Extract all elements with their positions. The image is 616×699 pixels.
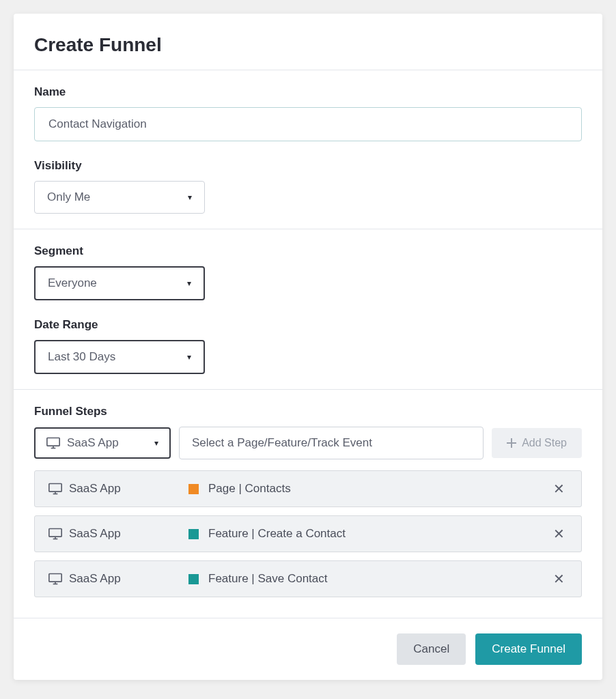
- event-select[interactable]: Select a Page/Feature/Track Event: [179, 427, 484, 459]
- step-app-label: SaaS App: [69, 572, 121, 586]
- svg-rect-0: [47, 438, 59, 446]
- section-filters: Segment Everyone ▾ Date Range Last 30 Da…: [14, 229, 602, 389]
- app-select[interactable]: SaaS App ▾: [34, 427, 171, 459]
- create-funnel-modal: Create Funnel Name Visibility Only Me ▾ …: [14, 14, 602, 680]
- step-detail: Feature | Create a Contact: [188, 527, 550, 541]
- modal-footer: Cancel Create Funnel: [14, 618, 602, 680]
- remove-step-button[interactable]: ✕: [550, 571, 568, 587]
- monitor-icon: [46, 437, 60, 449]
- visibility-select[interactable]: Only Me ▾: [34, 181, 205, 214]
- step-detail: Page | Contacts: [188, 482, 550, 496]
- step-builder-row: SaaS App ▾ Select a Page/Feature/Track E…: [34, 427, 582, 459]
- chevron-down-icon: ▾: [187, 279, 191, 288]
- field-visibility: Visibility Only Me ▾: [34, 159, 582, 214]
- step-app: SaaS App: [48, 572, 188, 586]
- color-swatch: [188, 484, 199, 494]
- step-detail-text: Feature | Create a Contact: [208, 527, 346, 541]
- name-label: Name: [34, 85, 582, 99]
- event-select-placeholder: Select a Page/Feature/Track Event: [192, 436, 372, 449]
- visibility-value: Only Me: [47, 190, 90, 204]
- section-steps: Funnel Steps SaaS App ▾ Select a Page/Fe…: [14, 390, 602, 618]
- field-daterange: Date Range Last 30 Days ▾: [34, 318, 582, 374]
- cancel-button[interactable]: Cancel: [397, 633, 466, 665]
- color-swatch: [188, 529, 199, 539]
- field-segment: Segment Everyone ▾: [34, 244, 582, 300]
- step-app-label: SaaS App: [69, 482, 121, 496]
- chevron-down-icon: ▾: [154, 438, 158, 448]
- svg-rect-11: [49, 574, 61, 582]
- visibility-label: Visibility: [34, 159, 582, 173]
- svg-rect-4: [507, 442, 516, 444]
- step-item: SaaS App Page | Contacts ✕: [34, 470, 582, 507]
- step-item: SaaS App Feature | Save Contact ✕: [34, 560, 582, 597]
- daterange-select[interactable]: Last 30 Days ▾: [34, 340, 205, 374]
- modal-header: Create Funnel: [14, 14, 602, 70]
- name-input[interactable]: [34, 107, 582, 141]
- section-basic: Name Visibility Only Me ▾: [14, 70, 602, 229]
- modal-title: Create Funnel: [34, 34, 582, 56]
- step-app: SaaS App: [48, 527, 188, 541]
- remove-step-button[interactable]: ✕: [550, 481, 568, 497]
- step-detail-text: Feature | Save Contact: [208, 572, 328, 586]
- step-item: SaaS App Feature | Create a Contact ✕: [34, 515, 582, 552]
- step-detail: Feature | Save Contact: [188, 572, 550, 586]
- monitor-icon: [48, 573, 62, 585]
- daterange-value: Last 30 Days: [48, 350, 115, 364]
- daterange-label: Date Range: [34, 318, 582, 332]
- svg-rect-5: [49, 484, 61, 492]
- color-swatch: [188, 574, 199, 584]
- plus-icon: [507, 438, 516, 448]
- add-step-button[interactable]: Add Step: [492, 428, 582, 458]
- chevron-down-icon: ▾: [187, 352, 191, 362]
- create-funnel-button[interactable]: Create Funnel: [475, 633, 582, 665]
- chevron-down-icon: ▾: [188, 192, 192, 202]
- step-detail-text: Page | Contacts: [208, 482, 291, 496]
- segment-label: Segment: [34, 244, 582, 258]
- step-app: SaaS App: [48, 482, 188, 496]
- steps-label: Funnel Steps: [34, 405, 582, 418]
- segment-select[interactable]: Everyone ▾: [34, 266, 205, 300]
- svg-rect-8: [49, 529, 61, 537]
- step-app-label: SaaS App: [69, 527, 121, 541]
- segment-value: Everyone: [48, 276, 97, 290]
- field-name: Name: [34, 85, 582, 141]
- steps-list: SaaS App Page | Contacts ✕ SaaS App Feat…: [34, 470, 582, 597]
- monitor-icon: [48, 483, 62, 495]
- monitor-icon: [48, 528, 62, 540]
- add-step-label: Add Step: [522, 437, 567, 449]
- remove-step-button[interactable]: ✕: [550, 526, 568, 542]
- app-select-value: SaaS App: [67, 436, 119, 450]
